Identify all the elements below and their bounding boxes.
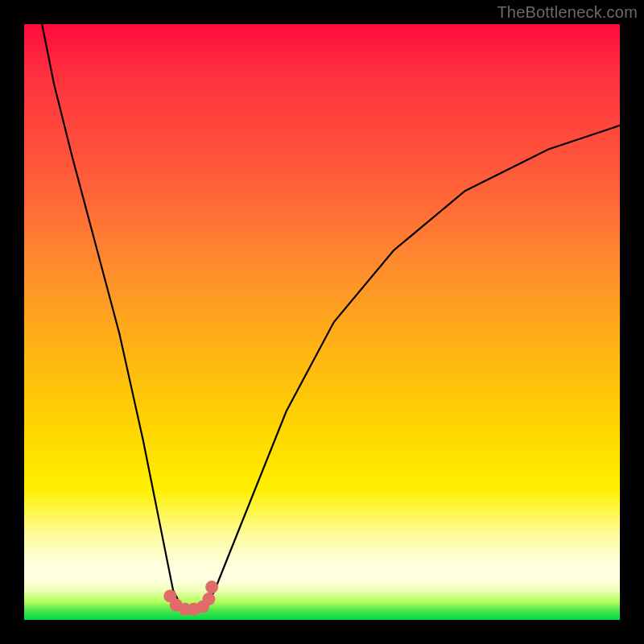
watermark-label: TheBottleneck.com (497, 3, 638, 22)
plot-area (24, 24, 620, 620)
chart-svg (24, 24, 620, 620)
bottleneck-curve (42, 24, 620, 611)
marker-dot (205, 580, 218, 593)
chart-frame: TheBottleneck.com (0, 0, 644, 644)
marker-dot (202, 592, 215, 605)
